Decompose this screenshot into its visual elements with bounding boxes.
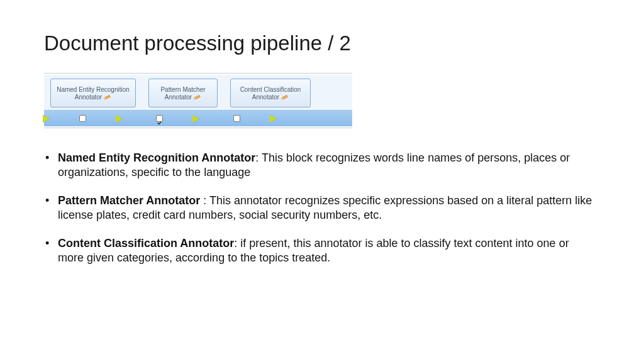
pipeline-trailing <box>275 111 353 126</box>
bullet-item: Pattern Matcher Annotator : This annotat… <box>58 194 600 222</box>
pipeline-bottom-cell <box>198 111 275 126</box>
pipeline-bottom-cell <box>121 111 199 126</box>
stage-label-line1: Content Classification <box>240 86 301 94</box>
stage-label-line2-text: Annotator <box>252 94 279 101</box>
bullet-list: Named Entity Recognition Annotator: This… <box>44 151 600 265</box>
bullet-bold: Pattern Matcher Annotator <box>58 194 203 207</box>
stage-label-line2-text: Annotator <box>165 94 192 101</box>
stage-box[interactable]: Pattern MatcherAnnotator <box>148 79 218 107</box>
pipeline-top-row: Named Entity RecognitionAnnotatorPattern… <box>44 75 352 110</box>
stage-label-line2: Annotator <box>252 94 289 101</box>
arrow-right-icon <box>43 115 50 123</box>
check-icon <box>157 116 162 121</box>
pipeline-bottom-cell <box>44 111 121 126</box>
pipeline-stage: Named Entity RecognitionAnnotator <box>44 75 142 110</box>
stage-label-line2: Annotator <box>165 94 201 101</box>
pipeline-bottom-row <box>44 110 352 126</box>
stage-label-line1: Pattern Matcher <box>160 86 205 94</box>
slide-title: Document processing pipeline / 2 <box>44 31 600 55</box>
stage-label-line2-text: Annotator <box>75 94 102 101</box>
pencil-icon <box>194 95 201 100</box>
bullet-item: Named Entity Recognition Annotator: This… <box>58 151 600 180</box>
bullet-item: Content Classification Annotator: if pre… <box>58 236 600 265</box>
bullet-bold: Named Entity Recognition Annotator <box>58 151 255 164</box>
pipeline-container: Named Entity RecognitionAnnotatorPattern… <box>44 73 352 128</box>
stage-checkbox[interactable] <box>79 115 86 122</box>
stage-box[interactable]: Content ClassificationAnnotator <box>230 79 311 107</box>
bullet-bold: Content Classification Annotator <box>58 237 234 250</box>
pencil-icon <box>104 95 111 100</box>
stage-label-line1: Named Entity Recognition <box>57 86 130 94</box>
pipeline-stage: Content ClassificationAnnotator <box>224 75 317 110</box>
pencil-icon <box>281 95 289 100</box>
stage-checkbox[interactable] <box>156 115 163 122</box>
arrow-right-icon <box>270 115 277 123</box>
stage-checkbox[interactable] <box>233 115 240 122</box>
slide: Document processing pipeline / 2 Named E… <box>0 0 644 362</box>
stage-label-line2: Annotator <box>75 94 111 101</box>
pipeline-stage: Pattern MatcherAnnotator <box>142 75 224 110</box>
stage-box[interactable]: Named Entity RecognitionAnnotator <box>50 79 136 107</box>
pipeline-trailing-top <box>317 75 352 110</box>
